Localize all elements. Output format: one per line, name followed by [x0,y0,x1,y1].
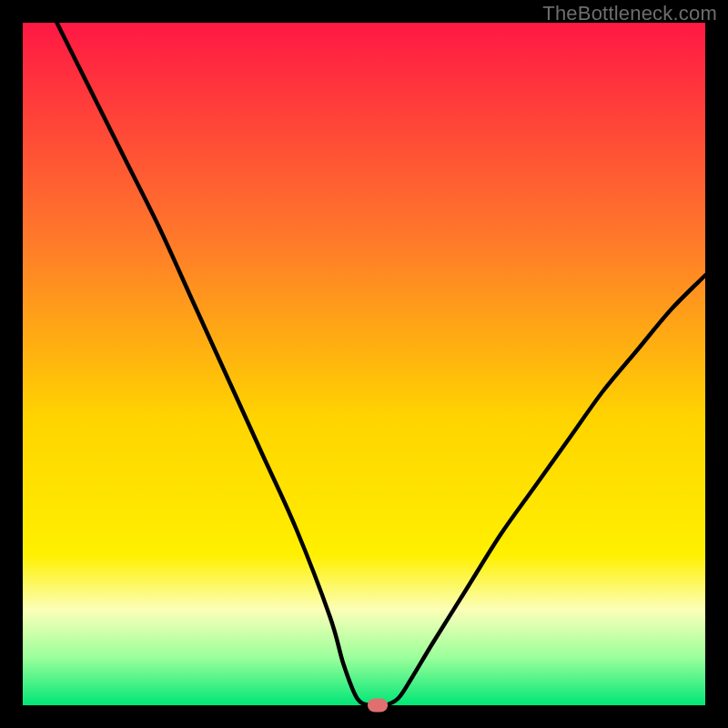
watermark-text: TheBottleneck.com [542,2,717,25]
bottleneck-chart [0,0,728,728]
optimal-point-marker [368,699,388,713]
plot-background [23,23,705,705]
chart-stage: TheBottleneck.com [0,0,728,728]
